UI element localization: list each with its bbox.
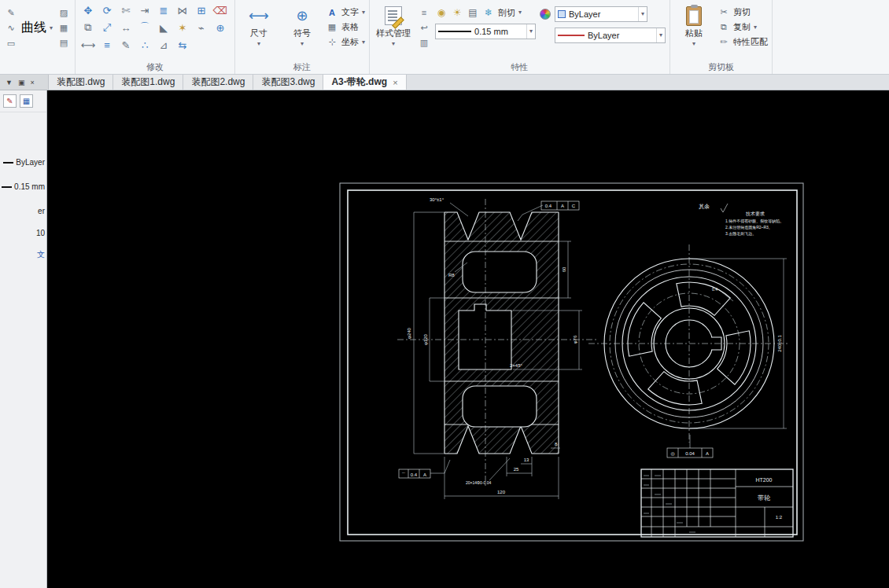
measure-icon[interactable]: ⊿ <box>155 37 172 53</box>
tab-strip: 装配图.dwg装配图1.dwg装配图2.dwg装配图3.dwgA3-带轮.dwg… <box>49 75 407 90</box>
group-label-properties: 特性 <box>370 61 670 73</box>
reverse-icon[interactable]: ⇆ <box>174 37 191 53</box>
move-icon[interactable]: ✥ <box>79 2 97 18</box>
spline-icon: ∿ <box>4 22 18 35</box>
side-panel-rows: ByLayer0.15 mmer10文 <box>0 90 46 588</box>
divide-icon[interactable]: ∴ <box>136 37 153 53</box>
layer-previous-icon[interactable]: ↩ <box>417 21 431 34</box>
text-button[interactable]: A 文字 ▾ <box>326 6 365 19</box>
drawing-canvas[interactable]: φ240 φ120 φ76 60 30°±1° R8 2×45° 25 13 8… <box>47 90 889 588</box>
tab-close-icon[interactable]: × <box>393 78 397 87</box>
explode-icon[interactable]: ✶ <box>174 20 191 35</box>
ribbon-group-properties: 样式管理 ▾ ≡ ↩ ▥ ◉ ☀ ▤ ❄ 剖切 ▾ 0.15 mm ▾ <box>370 0 670 74</box>
coordinate-label: 坐标 <box>341 36 359 48</box>
a3-sheet-border <box>340 183 803 541</box>
ribbon-group-draw: ✎ ∿ 曲线 ▾ ▭ ▨ ▦ ▤ <box>0 0 76 74</box>
dim-chamfer: 2×45° <box>510 363 523 368</box>
layers-icon[interactable]: ▤ <box>57 36 71 49</box>
document-tab[interactable]: A3-带轮.dwg× <box>323 75 406 90</box>
layer-state-icon[interactable]: ▥ <box>417 36 431 49</box>
color-wheel-icon[interactable] <box>540 9 551 20</box>
dim-dia-bore: φ76 <box>573 335 577 344</box>
trim-icon[interactable]: ✄ <box>117 2 135 18</box>
property-value: 10 <box>36 229 45 237</box>
layers-icon[interactable]: ▤ <box>467 6 479 19</box>
linetype-value: ByLayer <box>588 31 619 40</box>
join-icon[interactable]: ⊕ <box>212 20 229 35</box>
symbol-icon: ⊕ <box>296 6 308 26</box>
fillet-icon[interactable]: ⌒ <box>136 20 153 35</box>
symbol-button[interactable]: ⊕ 符号 ▾ <box>282 2 322 47</box>
erase-icon[interactable]: ⌫ <box>212 2 229 18</box>
scale-icon[interactable]: ⤢ <box>98 20 116 35</box>
pencil-icon[interactable]: ✎ <box>4 6 18 19</box>
match-properties-button[interactable]: ✏ 特性匹配 <box>717 35 768 49</box>
section-toggle[interactable]: 剖切 <box>498 7 515 19</box>
mirror-icon[interactable]: ⋈ <box>174 2 191 18</box>
property-row[interactable]: er <box>38 207 45 215</box>
tech-note-line: 3.去除毛刺飞边。 <box>725 231 756 237</box>
style-manager-button[interactable]: 样式管理 ▾ <box>374 2 413 47</box>
paste-button[interactable]: 粘贴 ▾ <box>674 2 714 47</box>
tab-label: 装配图2.dwg <box>191 75 245 89</box>
break-icon[interactable]: ⌁ <box>193 20 210 35</box>
document-tab[interactable]: 装配图1.dwg <box>113 75 183 90</box>
technical-notes: 其余 技术要求 1.铸件不得有砂眼、裂纹等缺陷。2.未注明铸造圆角R2~R3。3… <box>699 204 784 237</box>
copy-label: 复制 <box>733 21 751 33</box>
table-button[interactable]: ▦ 表格 <box>326 20 365 34</box>
rotate-icon[interactable]: ⟳ <box>98 2 116 18</box>
property-row[interactable]: 10 <box>36 229 45 237</box>
linetype-select[interactable]: ByLayer ▾ <box>555 28 666 43</box>
color-select[interactable]: ByLayer ▾ <box>555 6 647 22</box>
lengthen-icon[interactable]: ⟷ <box>79 37 97 53</box>
property-row[interactable]: 0.15 mm <box>2 182 45 191</box>
close-icon[interactable]: × <box>30 79 34 86</box>
sun-icon[interactable]: ☀ <box>451 6 463 19</box>
edit-polyline-icon[interactable]: ✎ <box>117 37 135 53</box>
copy-icon: ⧉ <box>717 21 730 33</box>
style-manager-label: 样式管理 <box>376 28 411 39</box>
freeze-icon[interactable]: ❄ <box>482 6 495 19</box>
coordinate-button[interactable]: ⊹ 坐标 ▾ <box>326 35 365 49</box>
array-icon[interactable]: ⊞ <box>193 2 210 18</box>
stretch-icon[interactable]: ↔ <box>117 20 135 35</box>
dim-dia-hub: φ120 <box>423 333 428 345</box>
match-properties-label: 特性匹配 <box>733 36 768 48</box>
match-layer-icon[interactable]: ≡ <box>417 6 431 19</box>
curve-button[interactable]: ∿ 曲线 ▾ <box>4 21 53 35</box>
cut-button[interactable]: ✂ 剪切 <box>717 6 768 19</box>
chevron-down-icon: ▾ <box>257 41 260 47</box>
menu-down-icon[interactable]: ▼ <box>6 79 13 86</box>
copy-icon[interactable]: ⧉ <box>79 20 97 35</box>
property-row[interactable]: 文 <box>37 249 45 260</box>
paste-label: 粘贴 <box>685 28 703 39</box>
chamfer-icon[interactable]: ◣ <box>155 20 172 35</box>
offset-icon[interactable]: ≣ <box>155 2 172 18</box>
table-icon: ▦ <box>326 21 338 33</box>
group-label-modify: 修改 <box>76 61 234 73</box>
tab-label: 装配图.dwg <box>57 75 105 89</box>
lineweight-swatch-icon <box>438 31 471 32</box>
document-tab[interactable]: 装配图.dwg <box>49 75 113 90</box>
rect-icon[interactable]: ▭ <box>4 37 18 50</box>
modify-icon-grid: ✥⟳✄⇥≣⋈⊞⌫⧉⤢↔⌒◣✶⌁⊕⟷≡✎∴⊿⇆ <box>79 2 231 54</box>
color-value: ByLayer <box>569 9 600 19</box>
tol-value: 0.04 <box>685 451 695 456</box>
pin-icon[interactable]: ▣ <box>18 79 25 86</box>
align-icon[interactable]: ≡ <box>98 37 116 53</box>
line-swatch-icon <box>3 162 13 164</box>
copy-button[interactable]: ⧉ 复制 ▾ <box>717 20 768 34</box>
lineweight-select[interactable]: 0.15 mm ▾ <box>435 24 536 39</box>
dimension-button[interactable]: ⟷ 尺寸 ▾ <box>239 2 279 47</box>
chevron-down-icon: ▾ <box>50 25 53 31</box>
property-row[interactable]: ByLayer <box>3 158 45 167</box>
extend-icon[interactable]: ⇥ <box>136 2 153 18</box>
document-tab[interactable]: 装配图3.dwg <box>253 75 323 90</box>
title-block-texts: HT200 带轮 1:2 <box>755 477 782 520</box>
hatch-icon[interactable]: ▨ <box>57 6 71 19</box>
dim-angle: 30°±1° <box>430 197 444 202</box>
document-tab[interactable]: 装配图2.dwg <box>183 75 253 90</box>
lamp-icon[interactable]: ◉ <box>435 6 448 19</box>
table-icon[interactable]: ▦ <box>57 21 71 34</box>
group-label-annotate: 标注 <box>235 61 369 73</box>
